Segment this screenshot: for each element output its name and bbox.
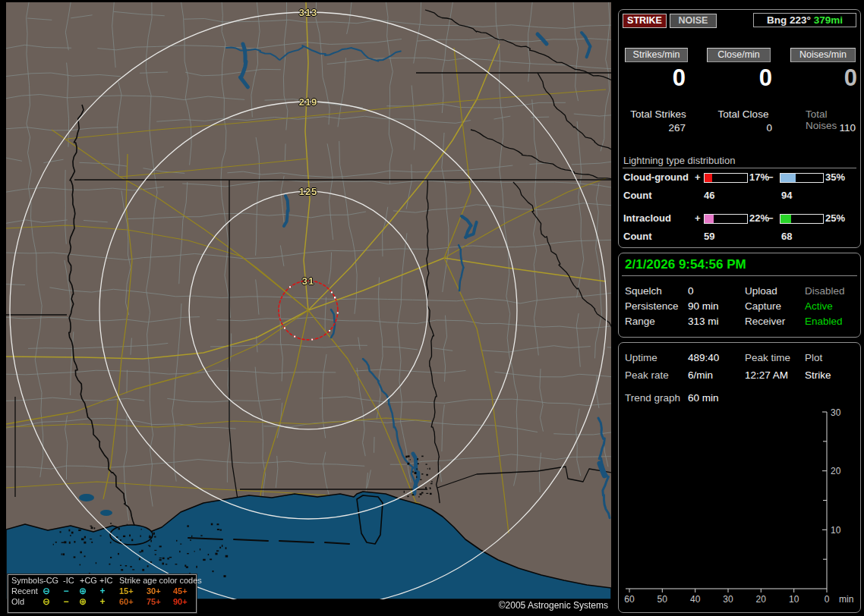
- uptime-label: Uptime: [625, 352, 657, 363]
- count-label: Count: [623, 190, 652, 201]
- plot-label: Plot: [805, 352, 822, 363]
- squelch-value: 0: [688, 285, 694, 297]
- pos-ic-recent-icon: +: [95, 586, 110, 596]
- neg-cg-recent-icon: ⊖: [39, 586, 54, 596]
- datetime-rule: [622, 275, 857, 276]
- trend-graph-label: Trend graph: [625, 392, 680, 404]
- range-ring-label-31: 31: [302, 275, 314, 287]
- bearing-distance: 379mi: [814, 14, 843, 26]
- minus-sign: −: [768, 212, 774, 224]
- age-30: 30+: [147, 586, 161, 596]
- pos-cg-recent-icon: ⊕: [75, 586, 90, 596]
- trend-x-20: 20: [756, 594, 767, 605]
- legend-header-nic: -IC: [63, 576, 74, 585]
- plus-sign: +: [695, 212, 701, 224]
- status-panel: 2/1/2026 9:54:56 PM Squelch 0 Upload Dis…: [618, 253, 861, 338]
- legend-age-title: Strike age color codes: [119, 576, 202, 585]
- capture-label: Capture: [745, 300, 781, 312]
- age-45: 45+: [173, 586, 188, 596]
- trend-x-60: 60: [624, 594, 635, 605]
- legend-recent-label: Recent: [11, 586, 38, 596]
- bearing-readout: Bng 223° 379mi: [753, 13, 856, 27]
- intracloud-label: Intracloud: [623, 212, 671, 224]
- cg-minus-pct: 35%: [825, 171, 845, 183]
- trend-x-30: 30: [723, 594, 733, 605]
- close-rate-value: 0: [759, 64, 772, 92]
- total-strikes-value: 267: [668, 122, 686, 134]
- legend-header-ncg: -CG: [43, 576, 58, 585]
- total-noises-value: 110: [839, 122, 856, 134]
- legend-header-pic: +IC: [99, 576, 112, 585]
- cg-plus-pct: 17%: [749, 171, 769, 183]
- range-ring-label-219: 219: [299, 96, 318, 108]
- trend-graph-value: 60 min: [688, 392, 719, 404]
- bearing-label: Bng 223°: [767, 14, 811, 26]
- distribution-rule: [623, 168, 856, 168]
- upload-label: Upload: [745, 285, 777, 297]
- plus-sign: +: [695, 171, 701, 183]
- cg-plus-bar: [704, 173, 748, 183]
- strike-stats-panel: STRIKE NOISE Bng 223° 379mi Strikes/min …: [618, 9, 861, 248]
- cloud-ground-label: Cloud-ground: [623, 171, 689, 183]
- strikes-rate-value: 0: [673, 64, 686, 92]
- peak-time-value: 12:27 AM: [745, 369, 788, 381]
- cg-plus-count: 46: [704, 190, 714, 201]
- close-per-min-chip[interactable]: Close/min: [707, 48, 771, 62]
- trend-x-10: 10: [789, 594, 799, 605]
- cg-minus-bar: [780, 173, 824, 183]
- plot-value: Strike: [805, 369, 831, 381]
- strike-toggle-button[interactable]: STRIKE: [623, 14, 667, 28]
- total-close-label: Total Close: [718, 108, 769, 120]
- peak-rate-label: Peak rate: [625, 369, 669, 381]
- strikes-per-min-chip[interactable]: Strikes/min: [625, 48, 688, 62]
- receiver-label: Receiver: [745, 316, 785, 327]
- total-noises-label: Total Noises: [806, 108, 842, 131]
- upload-value: Disabled: [805, 285, 845, 297]
- squelch-label: Squelch: [625, 285, 662, 297]
- uptime-trend-panel: Uptime 489:40 Peak time Plot Peak rate 6…: [618, 342, 861, 613]
- distribution-title: Lightning type distribution: [623, 155, 735, 166]
- persistence-value: 90 min: [688, 300, 719, 312]
- ic-minus-bar: [780, 214, 824, 224]
- total-strikes-label: Total Strikes: [630, 108, 686, 120]
- capture-value: Active: [805, 300, 833, 312]
- legend-header-symbols: Symbols: [11, 576, 43, 585]
- map-canvas[interactable]: [6, 2, 611, 599]
- ic-minus-count: 68: [781, 231, 792, 242]
- range-value: 313 mi: [688, 316, 719, 327]
- trend-y-10: 10: [831, 525, 841, 536]
- noise-toggle-button[interactable]: NOISE: [670, 14, 717, 28]
- neg-ic-recent-icon: −: [58, 586, 74, 596]
- trend-x-40: 40: [690, 594, 701, 605]
- total-close-value: 0: [766, 122, 772, 134]
- legend-header-pcg: +CG: [80, 576, 97, 585]
- receiver-value: Enabled: [805, 316, 843, 327]
- uptime-value: 489:40: [688, 352, 719, 363]
- range-ring-label-125: 125: [299, 186, 318, 197]
- range-label: Range: [625, 316, 655, 327]
- trend-x-0: 0: [825, 594, 830, 605]
- peak-rate-value: 6/min: [688, 369, 713, 381]
- ic-plus-pct: 22%: [749, 212, 769, 224]
- cg-minus-count: 94: [781, 190, 792, 201]
- trend-y-20: 20: [831, 466, 841, 476]
- lightning-map[interactable]: 313 219 125 31 Symbols -CG -IC +CG +IC S…: [6, 2, 611, 599]
- ic-minus-pct: 25%: [825, 212, 845, 224]
- trend-x-unit: min: [839, 594, 853, 605]
- age-15: 15+: [119, 586, 134, 596]
- minus-sign: −: [768, 171, 774, 183]
- noises-rate-value: 0: [844, 64, 857, 92]
- datetime-display: 2/1/2026 9:54:56 PM: [625, 257, 746, 272]
- ic-plus-count: 59: [704, 231, 714, 242]
- ic-plus-bar: [704, 214, 748, 224]
- count-label: Count: [623, 231, 652, 242]
- trend-x-50: 50: [657, 594, 668, 605]
- noises-per-min-chip[interactable]: Noises/min: [790, 48, 856, 62]
- trend-y-30: 30: [831, 407, 841, 418]
- trend-graph: 30 20 10 60 50 40 30 20 10 0 min: [619, 404, 860, 610]
- copyright-text: ©2005 Astrogenic Systems: [6, 600, 608, 611]
- persistence-label: Persistence: [625, 300, 679, 312]
- range-ring-label-313: 313: [299, 7, 318, 18]
- peak-time-label: Peak time: [745, 352, 790, 363]
